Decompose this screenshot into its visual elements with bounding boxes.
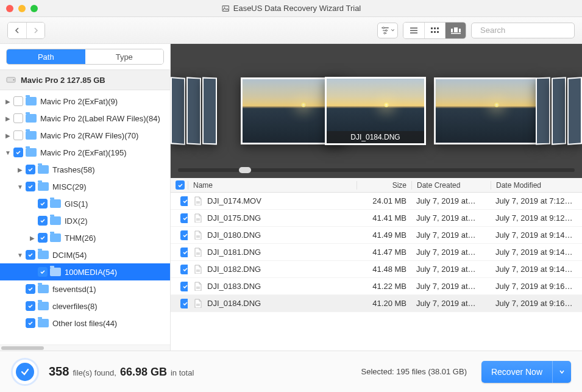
minimize-window-button[interactable] — [18, 5, 26, 12]
file-row[interactable]: DJI_0184.DNG41.20 MBJuly 7, 2019 at…July… — [171, 295, 582, 312]
view-coverflow-button[interactable] — [445, 23, 466, 38]
coverflow-item-far-left[interactable] — [171, 77, 185, 145]
tree-item[interactable]: fseventsd(1) — [0, 280, 170, 298]
recover-button[interactable]: Recover Now — [481, 361, 552, 383]
nav-forward-button[interactable] — [26, 23, 44, 38]
disclosure-triangle[interactable]: ▶ — [4, 132, 12, 139]
tree-checkbox[interactable] — [26, 318, 35, 328]
disk-header[interactable]: Mavic Pro 2 127.85 GB — [0, 69, 170, 90]
tree-item[interactable]: 100MEDIA(54) — [0, 263, 170, 280]
file-size: 41.49 MB — [357, 230, 411, 240]
tree-checkbox[interactable] — [26, 301, 35, 311]
file-checkbox[interactable] — [180, 213, 188, 223]
tree-checkbox[interactable] — [13, 96, 23, 106]
nav-back-button[interactable] — [8, 23, 26, 38]
disclosure-triangle[interactable]: ▶ — [4, 115, 12, 122]
file-row[interactable]: DJI_0183.DNG41.22 MBJuly 7, 2019 at…July… — [171, 278, 582, 295]
search-input[interactable] — [480, 26, 582, 35]
tree-item[interactable]: ▶Mavic Pro 2(Label RAW Files)(84) — [0, 110, 170, 127]
footer-summary: 358 file(s) found, 66.98 GB in total — [49, 365, 352, 379]
tree-item[interactable]: ▼Mavic Pro 2(ExFat)(195) — [0, 144, 170, 161]
sidebar-scrollbar[interactable] — [0, 344, 170, 351]
tree-item-label: IDX(2) — [65, 216, 88, 226]
file-row[interactable]: DJI_0180.DNG41.49 MBJuly 7, 2019 at…July… — [171, 227, 582, 244]
tree-checkbox[interactable] — [26, 182, 35, 191]
select-all-checkbox[interactable] — [176, 180, 185, 190]
tree-checkbox[interactable] — [38, 216, 48, 226]
tree-checkbox[interactable] — [38, 267, 48, 277]
tree-item[interactable]: cleverfiles(8) — [0, 298, 170, 315]
tab-type[interactable]: Type — [85, 49, 164, 64]
file-checkbox[interactable] — [180, 265, 188, 274]
view-segment — [403, 22, 466, 39]
svg-rect-10 — [437, 31, 439, 33]
recover-dropdown-button[interactable] — [552, 361, 571, 383]
close-window-button[interactable] — [6, 5, 13, 12]
file-checkbox[interactable] — [180, 299, 188, 308]
disclosure-triangle[interactable]: ▶ — [28, 235, 37, 241]
tree-item[interactable]: Other lost files(44) — [0, 315, 170, 332]
grid-icon — [430, 27, 440, 34]
disclosure-triangle[interactable]: ▼ — [16, 252, 24, 258]
col-name[interactable]: Name — [188, 181, 357, 190]
file-row[interactable]: DJI_0182.DNG41.48 MBJuly 7, 2019 at…July… — [171, 261, 582, 278]
view-list-button[interactable] — [403, 23, 424, 38]
zoom-window-button[interactable] — [30, 5, 38, 12]
tree-item[interactable]: ▶THM(26) — [0, 229, 170, 246]
disclosure-triangle[interactable]: ▶ — [16, 166, 24, 173]
filter-button[interactable] — [377, 23, 398, 38]
coverflow-item-far-left[interactable] — [202, 77, 217, 145]
tree-checkbox[interactable] — [26, 284, 35, 294]
tree-checkbox[interactable] — [26, 250, 35, 260]
tree-item[interactable]: IDX(2) — [0, 212, 170, 229]
tree-checkbox[interactable] — [38, 199, 48, 208]
tree-checkbox[interactable] — [26, 165, 35, 174]
file-row[interactable]: DJI_0181.DNG41.47 MBJuly 7, 2019 at…July… — [171, 244, 582, 261]
tree-checkbox[interactable] — [13, 148, 23, 157]
disk-label: Mavic Pro 2 127.85 GB — [21, 76, 105, 85]
tree-item[interactable]: ▶Trashes(58) — [0, 161, 170, 178]
coverflow-item-far-right[interactable] — [536, 77, 550, 145]
file-name: DJI_0183.DNG — [188, 282, 357, 291]
recover-button-group: Recover Now — [481, 361, 571, 383]
coverflow-item-far-right[interactable] — [567, 77, 582, 145]
disclosure-triangle[interactable]: ▼ — [16, 184, 24, 190]
coverflow[interactable]: DJI_0184.DNG — [171, 44, 582, 178]
file-row[interactable]: DJI_0174.MOV24.01 MBJuly 7, 2019 at…July… — [171, 193, 582, 210]
coverflow-item-far-right[interactable] — [552, 77, 566, 144]
file-name: DJI_0175.DNG — [188, 213, 357, 223]
tab-path[interactable]: Path — [7, 49, 85, 64]
tree-item[interactable]: ▶Mavic Pro 2(ExFat)(9) — [0, 93, 170, 110]
tree-checkbox[interactable] — [38, 233, 48, 243]
search-box[interactable] — [471, 23, 575, 38]
file-checkbox[interactable] — [180, 230, 188, 240]
coverflow-item-far-left[interactable] — [186, 77, 201, 144]
file-list[interactable]: DJI_0174.MOV24.01 MBJuly 7, 2019 at…July… — [171, 193, 582, 351]
file-checkbox[interactable] — [180, 248, 188, 257]
coverflow-item-center[interactable]: DJI_0184.DNG — [325, 77, 426, 145]
col-size[interactable]: Size — [357, 181, 411, 190]
file-icon — [193, 197, 204, 205]
coverflow-item-right[interactable] — [434, 77, 538, 144]
file-date-created: July 7, 2019 at… — [411, 282, 491, 291]
tree-item[interactable]: ▼MISC(29) — [0, 178, 170, 195]
tree-item[interactable]: GIS(1) — [0, 195, 170, 212]
col-date-created[interactable]: Date Created — [411, 181, 491, 190]
disclosure-triangle[interactable]: ▶ — [4, 98, 12, 105]
file-checkbox[interactable] — [180, 282, 188, 291]
view-grid-button[interactable] — [424, 23, 445, 38]
file-row[interactable]: DJI_0175.DNG41.41 MBJuly 7, 2019 at…July… — [171, 210, 582, 227]
tree-item[interactable]: ▶Mavic Pro 2(RAW Files)(70) — [0, 127, 170, 144]
folder-tree[interactable]: ▶Mavic Pro 2(ExFat)(9)▶Mavic Pro 2(Label… — [0, 90, 170, 344]
disclosure-triangle[interactable]: ▼ — [4, 149, 12, 156]
tree-item[interactable]: ▼DCIM(54) — [0, 246, 170, 263]
found-count: 358 — [49, 365, 69, 379]
file-checkbox[interactable] — [180, 196, 188, 206]
file-icon — [193, 265, 204, 274]
coverflow-scrollbar[interactable] — [178, 168, 575, 172]
tree-checkbox[interactable] — [13, 113, 23, 123]
tree-item-label: THM(26) — [65, 233, 96, 243]
col-date-modified[interactable]: Date Modified — [491, 181, 582, 190]
tree-checkbox[interactable] — [13, 130, 23, 140]
file-name: DJI_0174.MOV — [188, 196, 357, 206]
